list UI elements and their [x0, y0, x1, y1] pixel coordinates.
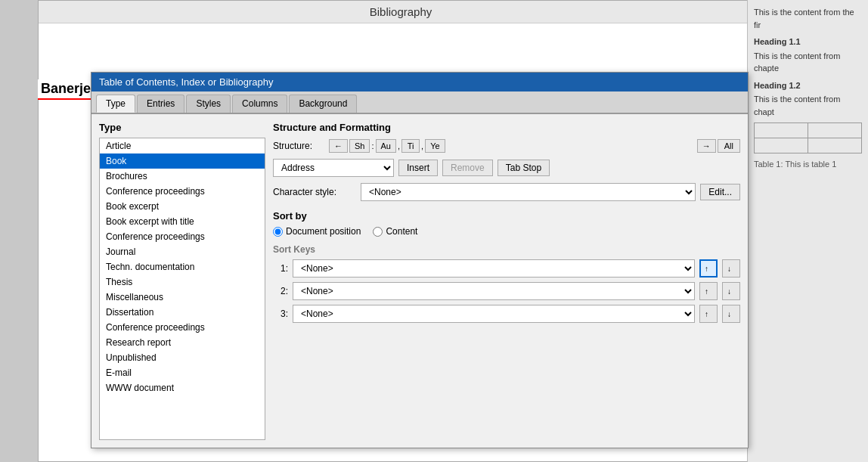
right-heading1: Heading 1.1: [754, 36, 862, 48]
sort-keys-title: Sort Keys: [273, 244, 740, 255]
address-select[interactable]: Address: [273, 159, 394, 177]
sort-document-position[interactable]: Document position: [273, 226, 361, 237]
struct-left-arrow[interactable]: ←: [329, 139, 348, 153]
char-style-select[interactable]: <None>: [361, 183, 696, 201]
type-list-item[interactable]: Research report: [100, 335, 265, 350]
structure-row: Structure: ← Sh : Au , Ti , Ye → All: [273, 139, 740, 153]
type-list-item[interactable]: Journal: [100, 244, 265, 259]
tab-entries[interactable]: Entries: [137, 95, 184, 113]
tab-background[interactable]: Background: [289, 95, 357, 113]
svg-text:↓: ↓: [727, 265, 731, 273]
sort-key-label-1: 1:: [273, 263, 288, 274]
type-list-item[interactable]: Miscellaneous: [100, 290, 265, 305]
edit-button[interactable]: Edit...: [700, 184, 740, 200]
type-list-item[interactable]: Thesis: [100, 274, 265, 290]
char-style-label: Character style:: [273, 187, 356, 197]
right-content1: This is the content from chapte: [754, 50, 862, 75]
table-caption: Table 1: This is table 1: [754, 158, 862, 171]
svg-text:↑: ↑: [705, 287, 708, 296]
svg-text:↑: ↑: [705, 310, 708, 318]
right-panel: This is the content from the fir Heading…: [747, 0, 868, 462]
struct-ti[interactable]: Ti: [401, 139, 420, 153]
struct-au[interactable]: Au: [376, 139, 396, 153]
insert-button[interactable]: Insert: [398, 160, 438, 176]
tab-columns[interactable]: Columns: [232, 95, 287, 113]
type-list-item[interactable]: Book: [100, 153, 265, 169]
sort-asc-icon-3[interactable]: ↑: [699, 305, 718, 323]
type-list-item[interactable]: Book excerpt with title: [100, 214, 265, 229]
right-table: [754, 122, 862, 153]
dialog-tabs: Type Entries Styles Columns Background: [91, 91, 748, 114]
sort-desc-icon-2[interactable]: ↓: [722, 282, 740, 300]
type-list-item[interactable]: Conference proceedings: [100, 320, 265, 335]
right-intro: This is the content from the fir: [754, 6, 862, 31]
sort-key-select-2[interactable]: <None>: [293, 282, 695, 300]
sort-desc-icon-3[interactable]: ↓: [722, 305, 740, 323]
struct-right-arrow[interactable]: →: [697, 139, 716, 153]
svg-text:↓: ↓: [727, 310, 731, 318]
document-content: [39, 23, 763, 39]
structure-buttons: ← Sh : Au , Ti , Ye → All: [329, 139, 740, 153]
sort-key-row-1: 1: <None> ↑ ↓: [273, 259, 740, 278]
type-list-item[interactable]: Book excerpt: [100, 199, 265, 214]
type-list-item[interactable]: Article: [100, 138, 265, 153]
type-list[interactable]: ArticleBookBrochuresConference proceedin…: [99, 138, 265, 440]
struct-comma2: ,: [421, 141, 423, 150]
tab-type[interactable]: Type: [96, 95, 135, 113]
main-dialog: Table of Contents, Index or Bibliography…: [91, 72, 749, 448]
type-list-item[interactable]: E-mail: [100, 365, 265, 380]
type-panel: Type ArticleBookBrochuresConference proc…: [99, 122, 265, 440]
sort-key-select-3[interactable]: <None>: [293, 305, 695, 323]
sort-key-label-2: 2:: [273, 286, 288, 296]
type-list-item[interactable]: Techn. documentation: [100, 259, 265, 274]
sort-content[interactable]: Content: [373, 226, 417, 237]
type-list-item[interactable]: WWW document: [100, 380, 265, 395]
sort-key-row-2: 2: <None> ↑ ↓: [273, 282, 740, 300]
struct-all-button[interactable]: All: [718, 139, 740, 153]
sort-key-label-3: 3:: [273, 309, 288, 319]
dialog-title-bar: Table of Contents, Index or Bibliography: [91, 73, 748, 91]
sort-asc-icon-2[interactable]: ↑: [699, 282, 718, 300]
sort-content-radio[interactable]: [373, 227, 383, 237]
sort-key-row-3: 3: <None> ↑ ↓: [273, 305, 740, 323]
struct-colon1: :: [371, 141, 374, 150]
sort-key-select-1[interactable]: <None>: [293, 259, 695, 278]
remove-button[interactable]: Remove: [442, 160, 493, 176]
dialog-title-text: Table of Contents, Index or Bibliography: [99, 76, 274, 88]
doc-title-text: Bibliography: [370, 5, 432, 18]
type-list-item[interactable]: Conference proceedings: [100, 184, 265, 199]
sort-doc-radio[interactable]: [273, 227, 283, 237]
sort-asc-icon-1[interactable]: ↑: [699, 259, 718, 278]
struct-sh[interactable]: Sh: [349, 139, 370, 153]
formatting-panel: Structure and Formatting Structure: ← Sh…: [273, 122, 740, 440]
type-list-item[interactable]: Brochures: [100, 169, 265, 184]
struct-comma1: ,: [398, 141, 400, 150]
type-list-item[interactable]: Unpublished: [100, 350, 265, 365]
document-title: Bibliography: [39, 1, 763, 23]
type-list-item[interactable]: Conference proceedings: [100, 229, 265, 244]
address-row: Address Insert Remove Tab Stop: [273, 159, 740, 177]
struct-ye[interactable]: Ye: [425, 139, 445, 153]
right-content: This is the content from the fir Heading…: [754, 6, 862, 171]
sort-desc-icon-1[interactable]: ↓: [722, 259, 740, 278]
structure-label: Structure:: [273, 141, 326, 151]
type-label: Type: [99, 122, 265, 133]
sort-by-title: Sort by: [273, 210, 740, 222]
type-list-item[interactable]: Dissertation: [100, 305, 265, 320]
tab-styles[interactable]: Styles: [186, 95, 231, 113]
tab-stop-button[interactable]: Tab Stop: [498, 160, 550, 176]
right-heading2: Heading 1.2: [754, 79, 862, 92]
sort-radio-row: Document position Content: [273, 226, 740, 237]
char-style-row: Character style: <None> Edit...: [273, 183, 740, 201]
dialog-body: Type ArticleBookBrochuresConference proc…: [91, 114, 748, 448]
right-content2: This is the content from chapt: [754, 93, 862, 118]
svg-text:↑: ↑: [705, 265, 708, 273]
svg-text:↓: ↓: [727, 287, 731, 296]
formatting-title: Structure and Formatting: [273, 122, 740, 133]
